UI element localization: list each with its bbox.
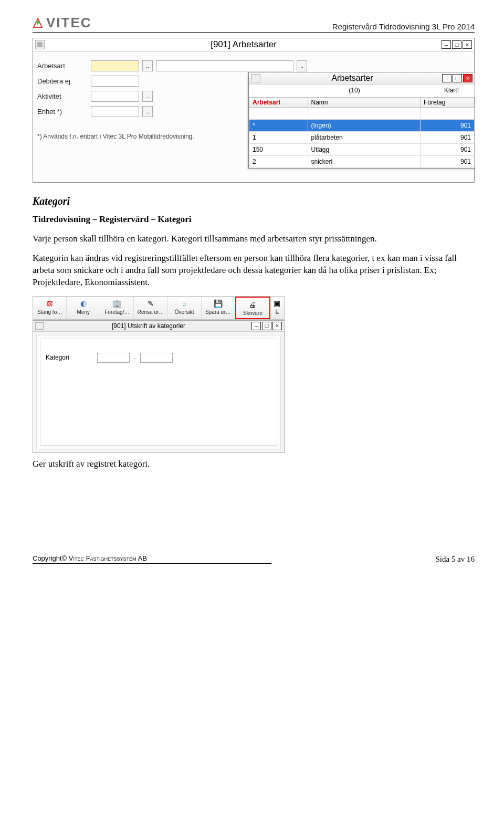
company-name: Vitec Fastighetssystem AB (69, 554, 147, 562)
cell-namn: (Ingen) (308, 120, 421, 132)
paragraph: Ger utskrift av registret kategori. (33, 458, 475, 470)
table-row[interactable]: 150 Utlägg 901 (249, 144, 475, 156)
cell-foretag: 901 (421, 156, 475, 168)
section-heading-kategori: Kategori (33, 195, 475, 207)
tool-oversikt[interactable]: ⌕ Översikt (168, 297, 202, 319)
vitec-logo-icon (33, 18, 43, 28)
close-button[interactable]: × (463, 40, 472, 49)
debitera-input[interactable] (91, 76, 139, 87)
cell-arbetsart: 2 (249, 156, 308, 168)
cell-foretag: 901 (421, 120, 475, 132)
popup-status: Klart! (444, 87, 459, 94)
page-header: VITEC Registervård Tidredovisning 3L Pro… (33, 15, 475, 33)
arbetsarter-window: [901] Arbetsarter – □ × Arbetsart .. .. … (33, 38, 475, 183)
cell-arbetsart: * (249, 120, 308, 132)
maximize-button[interactable]: □ (452, 40, 461, 49)
window-menu-icon[interactable] (35, 40, 45, 49)
tool-more[interactable]: ▣ E (270, 297, 284, 319)
col-namn[interactable]: Namn (308, 98, 421, 108)
popup-minimize-button[interactable]: – (442, 74, 452, 82)
copyright-label: Copyright© (33, 554, 67, 562)
printer-icon: 🖨 (247, 300, 258, 309)
tool-spara[interactable]: 💾 Spara ur… (202, 297, 235, 319)
nav-path: Tidredovisning – Registervård – Kategori (33, 214, 475, 226)
popup-close-button[interactable]: × (463, 74, 472, 82)
clear-icon: ✎ (145, 299, 156, 308)
range-dash: - (134, 354, 136, 361)
cell-arbetsart: 1 (249, 132, 308, 144)
enhet-input[interactable] (91, 106, 139, 117)
close-icon: ⊠ (44, 299, 56, 308)
search-row[interactable] (249, 108, 475, 120)
kategori-label: Kategori (46, 354, 93, 361)
arbetsarter-list-popup: Arbetsarter – □ × (10) Klart! Arbetsart (248, 72, 475, 169)
arbetsart-input[interactable] (91, 60, 139, 71)
print-screenshot: ⊠ Stäng fö… ◐ Meny 🏢 Företag/… ✎ Rensa u… (33, 296, 285, 453)
vitec-logo: VITEC (33, 15, 92, 31)
document-title: Registervård Tidredovisning 3L Pro 2014 (332, 22, 475, 31)
cell-arbetsart: 150 (249, 144, 308, 156)
popup-title: Arbetsarter (262, 73, 442, 83)
enhet-label: Enhet *) (37, 108, 88, 115)
cell-namn: plåtarbeten (308, 132, 421, 144)
pw-close-button[interactable]: × (272, 322, 282, 330)
tool-foretag[interactable]: 🏢 Företag/… (100, 297, 134, 319)
tool-menu[interactable]: ◐ Meny (67, 297, 100, 319)
table-row[interactable]: 2 snickeri 901 (249, 156, 475, 168)
logo-text: VITEC (46, 15, 92, 31)
table-row[interactable]: 1 plåtarbeten 901 (249, 132, 475, 144)
popup-count: (10) (349, 87, 360, 94)
tool-skrivare[interactable]: 🖨 Skrivare (235, 297, 270, 319)
arbetsart-name-input[interactable] (156, 60, 293, 71)
arbetsart-picker[interactable]: .. (142, 60, 153, 71)
arbetsarter-titlebar: [901] Arbetsarter – □ × (33, 38, 474, 51)
print-window-icon[interactable] (35, 322, 44, 330)
popup-icon[interactable] (251, 74, 260, 82)
overview-icon: ⌕ (178, 299, 190, 308)
table-row[interactable]: * (Ingen) 901 (249, 120, 475, 132)
cell-namn: snickeri (308, 156, 421, 168)
col-arbetsart[interactable]: Arbetsart (249, 98, 308, 108)
page-number: Sida 5 av 16 (435, 555, 475, 564)
popup-maximize-button[interactable]: □ (453, 74, 462, 82)
toolbar: ⊠ Stäng fö… ◐ Meny 🏢 Företag/… ✎ Rensa u… (33, 296, 285, 320)
cell-foretag: 901 (421, 132, 475, 144)
arbetsarter-title: [901] Arbetsarter (46, 39, 442, 50)
minimize-button[interactable]: – (442, 40, 451, 49)
tool-rensa[interactable]: ✎ Rensa ur… (134, 297, 167, 319)
paragraph: Varje person skall tillhöra en kategori.… (33, 233, 475, 245)
arbetsart-label: Arbetsart (37, 62, 88, 70)
pw-minimize-button[interactable]: – (251, 322, 261, 330)
paragraph: Kategorin kan ändras vid registreringsti… (33, 252, 475, 289)
aktivitet-picker[interactable]: .. (142, 91, 153, 102)
arbetsarter-table: Arbetsart Namn Företag * (Ingen) 901 1 p… (249, 97, 475, 168)
menu-icon: ◐ (78, 299, 89, 308)
enhet-picker[interactable]: .. (142, 106, 153, 117)
kategori-from-input[interactable] (97, 353, 130, 363)
aktivitet-label: Aktivitet (37, 92, 88, 100)
arbetsart-name-picker[interactable]: .. (297, 60, 307, 71)
aktivitet-input[interactable] (91, 91, 139, 102)
building-icon: 🏢 (111, 299, 123, 308)
cell-namn: Utlägg (308, 144, 421, 156)
print-window-title: [901] Utskrift av kategorier (46, 322, 251, 330)
save-icon: 💾 (212, 299, 224, 308)
page-footer: Copyright© Vitec Fastighetssystem AB Sid… (33, 554, 475, 564)
print-window: [901] Utskrift av kategorier – □ × Kateg… (33, 320, 285, 453)
cell-foretag: 901 (421, 144, 475, 156)
col-foretag[interactable]: Företag (421, 98, 475, 108)
kategori-to-input[interactable] (140, 353, 173, 363)
more-icon: ▣ (271, 299, 283, 308)
debitera-label: Debitera ej (37, 77, 88, 85)
pw-maximize-button[interactable]: □ (262, 322, 271, 330)
tool-close[interactable]: ⊠ Stäng fö… (33, 297, 67, 319)
